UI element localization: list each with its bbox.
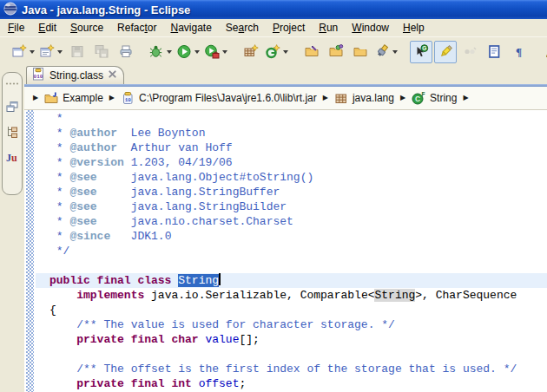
menu-bar: FileEditSourceRefactorNavigateSearchProj…	[0, 19, 547, 36]
code-token: *	[49, 215, 69, 228]
code-token: @version	[69, 156, 123, 169]
code-token: *	[49, 200, 69, 213]
code-line[interactable]	[36, 347, 547, 362]
annotation-navigation-button	[458, 41, 481, 63]
code-line[interactable]: {	[36, 303, 547, 317]
java-source-viewer[interactable]: * * @author Lee Boynton * @author Arthur…	[24, 110, 547, 392]
code-token: java.lang.Object#toString()	[97, 171, 314, 184]
new-java-element-button[interactable]	[38, 41, 64, 63]
menu-item-search[interactable]: Search	[219, 20, 266, 36]
code-line[interactable]	[36, 258, 547, 273]
dropdown-arrow-icon[interactable]	[222, 50, 227, 54]
open-package-icon	[329, 44, 344, 59]
code-line[interactable]: private final int offset;	[36, 376, 547, 391]
dropdown-arrow-icon[interactable]	[57, 50, 63, 54]
restore-views-button[interactable]	[4, 100, 20, 114]
code-line[interactable]: * @author Lee Boynton	[36, 126, 547, 140]
breadcrumb-item-c-program-files-java-jre1-6-0-lib-rt-jar[interactable]: 10C:\Program Files\Java\jre1.6.0\lib\rt.…	[119, 90, 319, 107]
code-line[interactable]: private final char value[];	[36, 332, 547, 347]
menu-item-refactor[interactable]: Refactor	[110, 20, 163, 36]
breadcrumb-item-java-lang[interactable]: java.lang	[333, 90, 396, 107]
view-stack-grip[interactable]	[5, 76, 19, 88]
new-class-icon	[266, 44, 280, 59]
new-button[interactable]	[10, 41, 36, 63]
open-resource-icon	[353, 44, 368, 59]
junit-button[interactable]: Ju	[4, 150, 20, 164]
eclipse-logo-icon[interactable]	[3, 2, 17, 18]
title-bar[interactable]: Java - java.lang.String - Eclipse	[0, 0, 547, 19]
new-wizard-icon	[12, 44, 27, 59]
vertical-ruler[interactable]	[24, 110, 36, 392]
svg-text:F: F	[422, 91, 425, 97]
code-line[interactable]: * @version 1.203, 04/19/06	[36, 155, 547, 170]
code-token: @see	[69, 186, 96, 199]
search-button[interactable]	[373, 41, 399, 63]
code-token: java.io.Serializable, Comparable<	[144, 289, 374, 302]
code-line[interactable]: */	[36, 244, 547, 258]
open-resource-button[interactable]	[349, 41, 372, 63]
breadcrumb-arrow-icon[interactable]: ▶	[319, 95, 333, 101]
menu-item-edit[interactable]: Edit	[31, 20, 63, 36]
code-token: private final int	[76, 377, 198, 390]
close-icon[interactable]	[108, 69, 117, 82]
menu-item-file[interactable]: File	[1, 20, 31, 36]
show-whitespace-button[interactable]: ¶	[507, 41, 530, 63]
menu-item-run[interactable]: Run	[312, 20, 345, 36]
code-line[interactable]: /** The offset is the first index of the…	[36, 362, 547, 376]
last-edit-location-button[interactable]	[540, 41, 547, 63]
dropdown-arrow-icon[interactable]	[167, 50, 172, 54]
breadcrumb-arrow-icon[interactable]: ▶	[105, 95, 119, 101]
breadcrumb-label: C:\Program Files\Java\jre1.6.0\lib\rt.ja…	[139, 92, 317, 104]
pilcrow-icon: ¶	[511, 44, 526, 59]
editor-tab-string-class[interactable]: 010 String.class	[26, 66, 124, 84]
breadcrumb-item-string[interactable]: CFString	[410, 90, 458, 107]
dropdown-arrow-icon[interactable]	[392, 50, 398, 54]
code-line[interactable]: implements java.io.Serializable, Compara…	[36, 288, 547, 303]
run-button[interactable]	[175, 41, 201, 63]
code-line[interactable]: * @since JDK1.0	[36, 229, 547, 244]
menu-item-source[interactable]: Source	[63, 20, 110, 36]
open-type-icon	[305, 44, 320, 59]
new-java-class-button[interactable]	[264, 41, 290, 63]
print-button[interactable]	[115, 41, 137, 63]
mark-occurrences-button[interactable]	[434, 41, 457, 63]
dropdown-arrow-icon[interactable]	[283, 50, 288, 54]
code-line[interactable]: * @author Arthur van Hoff	[36, 140, 547, 155]
package-icon	[334, 91, 349, 106]
code-line[interactable]: *	[36, 111, 547, 126]
text-caret	[219, 273, 221, 285]
code-token: *	[49, 156, 69, 169]
open-package-button[interactable]	[325, 41, 347, 63]
menu-item-window[interactable]: Window	[345, 20, 396, 36]
code-area[interactable]: * * @author Lee Boynton * @author Arthur…	[36, 110, 547, 392]
save-all-button	[90, 41, 113, 63]
code-token: @author	[69, 141, 117, 154]
breadcrumb-arrow-icon[interactable]: ▶	[29, 95, 43, 101]
breadcrumb-arrow-icon[interactable]: ▶	[396, 95, 410, 101]
external-tools-button[interactable]	[203, 41, 229, 63]
breadcrumb-arrow-icon[interactable]: ▶	[458, 95, 472, 101]
show-source-of-selected-element-button[interactable]	[483, 41, 505, 63]
code-line-current[interactable]: public final class String	[36, 273, 547, 288]
breadcrumb-item-example[interactable]: Example	[43, 90, 105, 107]
package-explorer-button[interactable]	[4, 125, 20, 139]
new-java-package-button[interactable]	[240, 41, 262, 63]
editor-tab-bar: 010 String.class	[24, 66, 547, 84]
menu-item-project[interactable]: Project	[266, 20, 312, 36]
code-line[interactable]: * @see java.lang.Object#toString()	[36, 170, 547, 185]
menu-item-navigate[interactable]: Navigate	[163, 20, 218, 36]
debug-button[interactable]	[148, 41, 174, 63]
code-line[interactable]: /** The value is used for character stor…	[36, 317, 547, 332]
open-type-button[interactable]	[300, 41, 323, 63]
menu-item-help[interactable]: Help	[396, 20, 432, 36]
dropdown-arrow-icon[interactable]	[194, 50, 200, 54]
code-line[interactable]: * @see java.lang.StringBuffer	[36, 185, 547, 199]
toggle-breadcrumb-button[interactable]: G	[410, 41, 432, 63]
toolbar-group	[239, 41, 291, 63]
code-token: {	[49, 304, 56, 317]
external-tools-icon	[205, 44, 220, 59]
code-token: @since	[69, 230, 110, 243]
code-line[interactable]: * @see java.lang.StringBuilder	[36, 199, 547, 214]
dropdown-arrow-icon[interactable]	[30, 50, 35, 54]
code-line[interactable]: * @see java.nio.charset.Charset	[36, 214, 547, 229]
